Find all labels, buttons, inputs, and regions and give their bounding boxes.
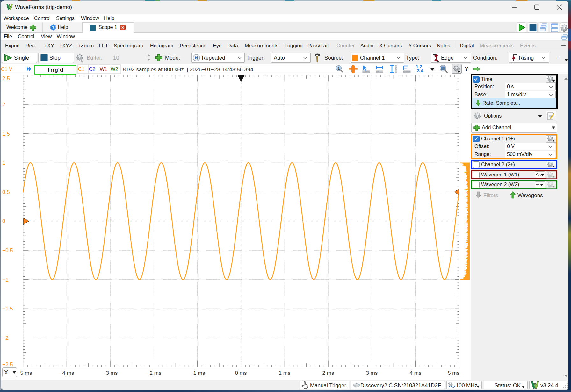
svg-text:1.5: 1.5 [2,131,10,137]
svg-text:5 ms: 5 ms [448,370,459,376]
svg-text:−2 ms: −2 ms [147,370,162,376]
svg-text:−3 ms: −3 ms [103,370,118,376]
svg-text:1: 1 [2,160,5,166]
svg-text:3 ms: 3 ms [366,370,378,376]
svg-text:−0.5: −0.5 [2,247,13,253]
svg-text:−4 ms: −4 ms [59,370,74,376]
svg-text:−5 ms: −5 ms [17,370,32,376]
svg-text:−2.5: −2.5 [2,361,13,367]
svg-text:4 ms: 4 ms [410,370,422,376]
svg-text:?: ? [52,25,54,30]
svg-text:1: 1 [338,67,340,70]
svg-text:2.5: 2.5 [2,75,10,82]
svg-text:1 ms: 1 ms [279,370,291,376]
svg-text:1: 1 [5,55,8,61]
svg-text:0 ms: 0 ms [235,370,247,376]
svg-text:−1: −1 [2,277,8,283]
svg-text:−1 ms: −1 ms [190,370,205,376]
svg-text:2: 2 [2,102,5,108]
svg-text:−2: −2 [2,335,8,341]
svg-text:0: 0 [2,218,5,224]
svg-text:0.5: 0.5 [2,189,10,195]
svg-text:−1.5: −1.5 [2,306,13,312]
svg-text:2 ms: 2 ms [322,370,334,376]
